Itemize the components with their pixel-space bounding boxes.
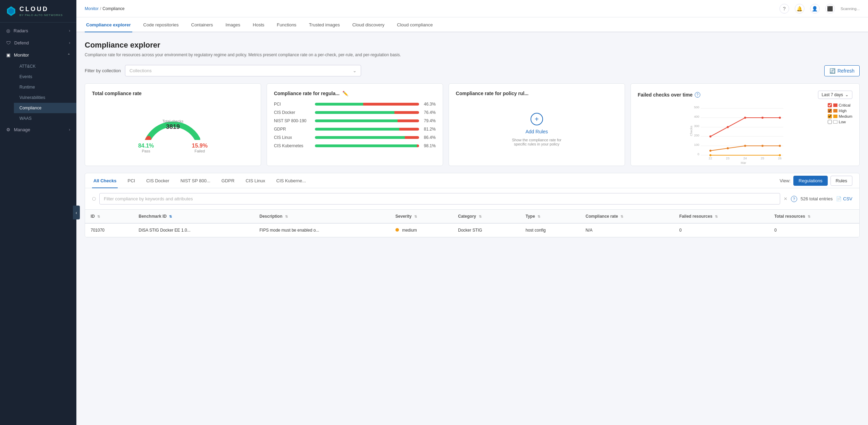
content-area: Compliance explorer Compliance rate for …: [76, 32, 868, 425]
sidebar-item-runtime[interactable]: Runtime: [14, 82, 76, 92]
legend-medium: Medium: [828, 114, 852, 118]
chart-svg: 500 400 300 200 100 0 Checks: [638, 103, 852, 159]
notification-icon[interactable]: 🔔: [795, 4, 804, 14]
sidebar-item-waas[interactable]: WAAS: [14, 113, 76, 124]
tab-functions[interactable]: Functions: [275, 17, 298, 32]
sidebar-item-vulnerabilities[interactable]: Vulnerabilities: [14, 92, 76, 103]
col-failed-resources[interactable]: Failed resources ⇅: [674, 210, 769, 223]
rules-toggle-btn[interactable]: Rules: [831, 176, 852, 186]
dropdown-chevron-icon: ⌄: [845, 92, 849, 97]
col-severity[interactable]: Severity ⇅: [390, 210, 452, 223]
svg-point-26: [709, 150, 711, 152]
cell-failed-resources: 0: [674, 223, 769, 237]
bottom-tab-cis-kubernetes[interactable]: CIS Kuberne...: [275, 173, 307, 188]
svg-text:200: 200: [694, 134, 699, 137]
help-icon[interactable]: ?: [779, 4, 789, 14]
regulations-toggle-btn[interactable]: Regulations: [793, 176, 828, 186]
tab-trusted-images[interactable]: Trusted images: [308, 17, 341, 32]
nav-section: ◎ Radars › 🛡 Defend › ▣ Monitor ⌃ ATT&CK…: [0, 23, 76, 138]
compliance-filter-input[interactable]: [99, 193, 780, 205]
col-description[interactable]: Description ⇅: [254, 210, 390, 223]
legend-medium-checkbox[interactable]: [828, 114, 832, 118]
col-compliance-rate[interactable]: Compliance rate ⇅: [580, 210, 674, 223]
regulation-compliance-card: Compliance rate for regula... ✏️ PCI 46.…: [267, 83, 443, 166]
gauge-wrapper: Total checks 3819: [138, 102, 208, 140]
policy-card-title: Compliance rate for policy rul...: [456, 91, 618, 96]
tab-code-repositories[interactable]: Code repositories: [142, 17, 180, 32]
monitor-submenu: ATT&CK Events Runtime Vulnerabilities Co…: [0, 61, 76, 124]
svg-text:Checks: Checks: [690, 125, 693, 136]
critical-color: [833, 103, 837, 107]
regulation-pct: 79.4%: [422, 118, 436, 123]
svg-point-31: [709, 154, 711, 156]
legend-critical: Critical: [828, 103, 852, 107]
svg-point-22: [727, 126, 729, 128]
bottom-tab-gdpr[interactable]: GDPR: [220, 173, 236, 188]
bar-track: [315, 111, 419, 114]
csv-export-button[interactable]: 📄 CSV: [836, 196, 852, 201]
bottom-tab-cis-linux[interactable]: CIS Linux: [244, 173, 266, 188]
tab-cloud-compliance[interactable]: Cloud compliance: [395, 17, 434, 32]
refresh-button[interactable]: 🔄 Refresh: [824, 65, 860, 76]
cell-id: 701070: [85, 223, 133, 237]
sidebar-item-radars[interactable]: ◎ Radars ›: [0, 25, 76, 37]
collection-filter[interactable]: Collections ⌄: [125, 65, 361, 76]
app-icon[interactable]: ⬛: [825, 4, 835, 14]
bar-fail: [399, 128, 419, 131]
breadcrumb-parent[interactable]: Monitor: [85, 6, 99, 11]
filter-clear-icon[interactable]: ✕: [784, 196, 787, 201]
svg-point-27: [727, 147, 729, 149]
col-total-resources[interactable]: Total resources ⇅: [769, 210, 859, 223]
sort-failed-icon: ⇅: [715, 215, 718, 218]
legend-low-checkbox[interactable]: [828, 120, 832, 124]
regulation-bar-row: PCI 46.3%: [274, 102, 436, 107]
col-benchmark-id[interactable]: Benchmark ID ⇅: [133, 210, 254, 223]
legend-low: Low: [828, 120, 852, 124]
sidebar-collapse-btn[interactable]: ‹: [73, 206, 80, 219]
chart-help-icon[interactable]: ?: [695, 92, 700, 98]
tab-cloud-discovery[interactable]: Cloud discovery: [351, 17, 386, 32]
tab-containers[interactable]: Containers: [190, 17, 215, 32]
add-rules-label[interactable]: Add Rules: [525, 129, 548, 134]
scanning-status: Scanning...: [841, 7, 860, 11]
user-icon[interactable]: 👤: [810, 4, 820, 14]
edit-icon[interactable]: ✏️: [342, 91, 348, 96]
col-id[interactable]: ID ⇅: [85, 210, 133, 223]
sort-description-icon: ⇅: [285, 215, 288, 218]
bottom-tab-cis-docker[interactable]: CIS Docker: [145, 173, 170, 188]
bottom-tab-all-checks[interactable]: All Checks: [92, 173, 118, 188]
chevron-up-icon: ⌃: [67, 53, 70, 57]
breadcrumb-current: Compliance: [102, 6, 124, 11]
tab-images[interactable]: Images: [224, 17, 242, 32]
bar-track: [315, 103, 419, 106]
legend-high-checkbox[interactable]: [828, 109, 832, 113]
sidebar-item-defend[interactable]: 🛡 Defend ›: [0, 37, 76, 49]
bar-track: [315, 119, 419, 122]
radars-icon: ◎: [6, 28, 10, 33]
bottom-tab-pci[interactable]: PCI: [126, 173, 136, 188]
sidebar-item-events[interactable]: Events: [14, 72, 76, 82]
cards-row: Total compliance rate Total: [85, 83, 860, 166]
col-type[interactable]: Type ⇅: [520, 210, 580, 223]
time-range-dropdown[interactable]: Last 7 days ⌄: [818, 91, 852, 99]
cell-category: Docker STIG: [452, 223, 520, 237]
filter-help-icon[interactable]: ?: [791, 196, 797, 202]
col-category[interactable]: Category ⇅: [452, 210, 520, 223]
topbar-icons: ? 🔔 👤 ⬛ Scanning...: [779, 4, 860, 14]
tab-compliance-explorer[interactable]: Compliance explorer: [85, 17, 132, 32]
total-entries: 526 total entries: [801, 196, 833, 201]
table-body: 701070 DISA STIG Docker EE 1.0... FIPS m…: [85, 223, 859, 237]
bottom-tab-nist[interactable]: NIST SP 800...: [179, 173, 212, 188]
add-rules-button[interactable]: +: [531, 113, 543, 125]
bar-pass: [315, 111, 394, 114]
sidebar-item-attck[interactable]: ATT&CK: [14, 61, 76, 72]
svg-text:25: 25: [761, 157, 764, 160]
legend-critical-checkbox[interactable]: [828, 103, 832, 107]
breadcrumb: Monitor / Compliance: [85, 6, 125, 11]
tab-hosts[interactable]: Hosts: [251, 17, 266, 32]
sidebar-item-manage[interactable]: ⚙ Manage ›: [0, 124, 76, 136]
sidebar-item-compliance[interactable]: Compliance: [14, 103, 76, 113]
gauge-fail-stat: 15.9% Failed: [192, 143, 208, 153]
bar-fail: [394, 111, 419, 114]
sidebar-item-monitor[interactable]: ▣ Monitor ⌃: [0, 49, 76, 61]
